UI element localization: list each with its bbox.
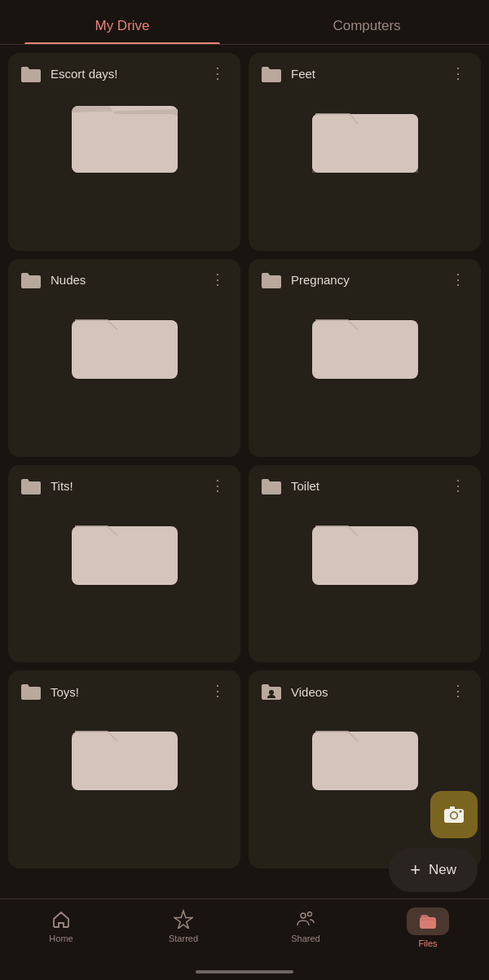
folder-large-icon-pregnancy xyxy=(312,300,418,385)
folder-name-toilet: Toilet xyxy=(291,478,319,494)
folder-large-icon-toilet xyxy=(312,506,418,591)
folder-title-row: Toilet xyxy=(260,477,447,496)
folder-title-row: Pregnancy xyxy=(260,270,447,290)
folder-small-icon xyxy=(20,64,42,84)
svg-rect-10 xyxy=(312,732,418,790)
folder-more-nudes[interactable]: ⋮ xyxy=(207,270,229,288)
folder-title-row: Escort days! xyxy=(20,64,207,84)
folder-header: Toys! ⋮ xyxy=(20,682,229,701)
folder-more-escort-days[interactable]: ⋮ xyxy=(207,64,229,82)
folder-more-feet[interactable]: ⋮ xyxy=(447,64,469,82)
screenshot-button[interactable] xyxy=(430,791,478,838)
folder-more-toys[interactable]: ⋮ xyxy=(207,682,229,700)
folder-preview-toilet xyxy=(260,506,469,591)
folder-header: Pregnancy ⋮ xyxy=(260,270,469,290)
folder-large-icon-videos xyxy=(312,711,418,797)
files-icon xyxy=(419,913,437,929)
folder-name-feet: Feet xyxy=(291,66,315,82)
folder-large-icon-escort-days xyxy=(72,94,178,179)
fab-container: + New xyxy=(389,791,478,892)
svg-rect-8 xyxy=(72,732,178,790)
camera-icon xyxy=(442,802,466,827)
nav-item-files[interactable]: Files xyxy=(367,907,489,948)
folder-title-row: Tits! xyxy=(20,477,207,496)
folder-title-row: Toys! xyxy=(20,682,207,701)
folder-card-feet[interactable]: Feet ⋮ xyxy=(249,53,481,251)
folder-header: Videos ⋮ xyxy=(260,682,469,701)
folder-header: Escort days! ⋮ xyxy=(20,64,229,84)
folder-preview-feet xyxy=(260,94,469,179)
folder-card-escort-days[interactable]: Escort days! ⋮ xyxy=(8,53,240,251)
folder-large-icon-tits xyxy=(72,506,178,591)
folder-preview-escort-days xyxy=(20,94,229,179)
folder-card-pregnancy[interactable]: Pregnancy ⋮ xyxy=(249,259,481,457)
svg-point-16 xyxy=(301,913,306,918)
plus-icon: + xyxy=(410,859,421,881)
folder-name-tits: Tits! xyxy=(51,478,73,494)
svg-rect-14 xyxy=(450,806,455,810)
tab-computers-label: Computers xyxy=(333,18,400,33)
folder-card-toys[interactable]: Toys! ⋮ xyxy=(8,670,240,868)
shared-folder-icon xyxy=(260,682,283,701)
nav-item-home[interactable]: Home xyxy=(0,907,122,943)
folder-preview-pregnancy xyxy=(260,300,469,385)
folder-card-nudes[interactable]: Nudes ⋮ xyxy=(8,259,240,457)
shared-icon xyxy=(294,907,317,930)
folder-large-icon-toys xyxy=(72,711,178,797)
folder-header: Toilet ⋮ xyxy=(260,477,469,496)
folder-small-icon xyxy=(20,270,42,290)
svg-rect-7 xyxy=(312,526,418,585)
folder-more-toilet[interactable]: ⋮ xyxy=(447,477,469,494)
nav-item-starred[interactable]: Starred xyxy=(122,907,244,943)
folder-preview-toys xyxy=(20,711,229,797)
folder-preview-videos xyxy=(260,711,469,797)
folder-card-tits[interactable]: Tits! ⋮ xyxy=(8,465,240,663)
svg-point-13 xyxy=(452,813,457,819)
tab-my-drive[interactable]: My Drive xyxy=(0,7,244,44)
files-icon-bg xyxy=(407,907,449,935)
svg-point-15 xyxy=(460,811,462,813)
tab-computers[interactable]: Computers xyxy=(244,7,489,44)
svg-point-9 xyxy=(269,690,274,695)
svg-rect-3 xyxy=(312,114,418,173)
folder-card-toilet[interactable]: Toilet ⋮ xyxy=(249,465,481,663)
folder-small-icon xyxy=(20,682,42,701)
folder-more-videos[interactable]: ⋮ xyxy=(447,682,469,700)
bottom-nav: Home Starred Shared Fil xyxy=(0,899,489,980)
folder-name-toys: Toys! xyxy=(51,684,79,701)
folder-more-tits[interactable]: ⋮ xyxy=(207,477,229,494)
folder-name-escort-days: Escort days! xyxy=(51,66,118,82)
tab-bar: My Drive Computers xyxy=(0,0,489,45)
folder-header: Feet ⋮ xyxy=(260,64,469,84)
svg-rect-5 xyxy=(312,320,418,379)
folder-header: Tits! ⋮ xyxy=(20,477,229,496)
svg-rect-1 xyxy=(72,114,178,173)
folder-preview-nudes xyxy=(20,300,229,385)
nav-label-starred: Starred xyxy=(169,934,198,943)
folder-small-icon xyxy=(260,270,283,290)
folder-name-pregnancy: Pregnancy xyxy=(291,272,350,288)
svg-rect-18 xyxy=(420,917,436,929)
folder-grid: Escort days! ⋮ Feet ⋮ xyxy=(0,45,489,877)
svg-rect-6 xyxy=(72,526,178,585)
nav-item-shared[interactable]: Shared xyxy=(244,907,367,943)
folder-more-pregnancy[interactable]: ⋮ xyxy=(447,270,469,288)
folder-small-icon xyxy=(260,477,283,496)
folder-name-videos: Videos xyxy=(291,684,328,701)
folder-small-icon xyxy=(260,64,283,84)
svg-point-17 xyxy=(308,912,312,916)
nav-label-files: Files xyxy=(418,938,437,948)
star-icon xyxy=(172,907,195,930)
new-label: New xyxy=(429,862,456,878)
tab-my-drive-label: My Drive xyxy=(95,18,149,33)
folder-preview-tits xyxy=(20,506,229,591)
new-button[interactable]: + New xyxy=(389,848,478,892)
home-icon xyxy=(50,907,73,930)
folder-small-icon xyxy=(20,477,42,496)
home-indicator xyxy=(196,970,293,973)
folder-header: Nudes ⋮ xyxy=(20,270,229,290)
folder-large-icon-feet xyxy=(312,94,418,179)
nav-label-shared: Shared xyxy=(291,934,319,943)
folder-large-icon-nudes xyxy=(72,300,178,385)
svg-rect-4 xyxy=(72,320,178,379)
